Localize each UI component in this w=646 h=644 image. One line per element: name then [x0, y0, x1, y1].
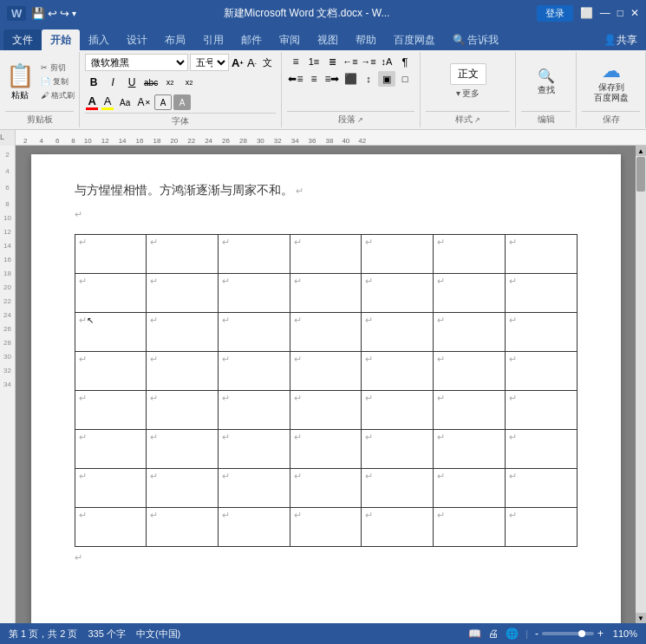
align-center-button[interactable]: ≡ — [305, 71, 323, 87]
table-cell[interactable]: ↵ — [505, 235, 577, 274]
table-cell[interactable]: ↵ — [147, 235, 219, 274]
table-cell[interactable]: ↵ — [290, 235, 362, 274]
table-cell[interactable]: ↵ — [75, 391, 147, 430]
style-more-button[interactable]: ▾ 更多 — [456, 88, 480, 100]
fontsize-down-button[interactable]: A- — [245, 55, 258, 69]
table-cell[interactable]: ↵ — [290, 508, 362, 547]
document-text[interactable]: 与方惺惺相惜。方鸿渐逐渐与周家不和。 ↵ — [75, 180, 577, 199]
table-cell[interactable]: ↵ — [147, 274, 219, 313]
vertical-scrollbar[interactable]: ▲ ▼ — [636, 146, 646, 623]
highlight-btn[interactable]: A — [101, 94, 114, 111]
table-cell[interactable]: ↵ — [147, 313, 219, 352]
phonetic-button[interactable]: 文 — [260, 55, 276, 70]
table-cell[interactable]: ↵ — [290, 469, 362, 508]
tab-references[interactable]: 引用 — [194, 29, 232, 50]
save-qa-icon[interactable]: 💾 — [31, 7, 45, 20]
maximize-button[interactable]: □ — [617, 7, 623, 19]
table-cell[interactable]: ↵ — [362, 469, 434, 508]
tab-share[interactable]: 👤共享 — [595, 29, 646, 50]
table-cell[interactable]: ↵ — [290, 352, 362, 391]
empty-para[interactable]: ↵ — [75, 208, 577, 225]
fontsize-up-button[interactable]: A+ — [231, 55, 244, 69]
table-cell[interactable]: ↵ — [147, 430, 219, 469]
undo-qa-icon[interactable]: ↩ — [48, 7, 57, 20]
web-view-icon[interactable]: 🌐 — [506, 628, 519, 640]
tab-help[interactable]: 帮助 — [347, 29, 385, 50]
subscript-button[interactable]: x2 — [161, 75, 179, 90]
tab-file[interactable]: 文件 — [3, 29, 42, 50]
page-area[interactable]: 与方惺惺相惜。方鸿渐逐渐与周家不和。 ↵ ↵ ↵ ↵ ↵ ↵ ↵ ↵ ↵ — [16, 146, 636, 623]
table-cell[interactable]: ↵ — [362, 274, 434, 313]
table-cell[interactable]: ↵ — [219, 313, 290, 352]
format-painter-button[interactable]: 🖌 格式刷 — [39, 89, 76, 102]
table-cell[interactable]: ↵ — [434, 469, 506, 508]
shading-button[interactable]: ▣ — [378, 71, 395, 87]
scroll-down-button[interactable]: ▼ — [636, 613, 646, 623]
multilevel-button[interactable]: ≣ — [323, 54, 341, 69]
close-button[interactable]: ✕ — [630, 7, 639, 19]
table-cell[interactable]: ↵↖ — [75, 313, 147, 352]
underline-button[interactable]: U — [123, 75, 140, 90]
table-cell[interactable]: ↵ — [219, 508, 290, 547]
cut-button[interactable]: ✂ 剪切 — [39, 62, 76, 75]
zoom-control[interactable]: - + 110% — [535, 628, 637, 640]
table-cell[interactable]: ↵ — [147, 352, 219, 391]
numbering-button[interactable]: 1≡ — [305, 54, 323, 69]
tab-baidu[interactable]: 百度网盘 — [385, 29, 444, 50]
table-cell[interactable]: ↵ — [505, 274, 577, 313]
table-cell[interactable]: ↵ — [219, 391, 290, 430]
table-cell[interactable]: ↵ — [362, 235, 434, 274]
table-cell[interactable]: ↵ — [434, 352, 506, 391]
italic-button[interactable]: I — [104, 75, 121, 90]
zoom-in-button[interactable]: + — [597, 628, 604, 640]
strikethrough-button[interactable]: abc — [142, 75, 160, 90]
table-cell[interactable]: ↵ — [505, 313, 577, 352]
table-cell[interactable]: ↵ — [434, 508, 506, 547]
charshading-button[interactable]: A — [173, 94, 191, 110]
tab-insert[interactable]: 插入 — [80, 29, 118, 50]
border-button[interactable]: □ — [396, 71, 414, 87]
table-cell[interactable]: ↵ — [290, 430, 362, 469]
clearformat-button[interactable]: A✕ — [135, 94, 153, 110]
font-color-btn[interactable]: A — [85, 94, 99, 111]
redo-qa-icon[interactable]: ↪ — [60, 7, 69, 20]
increase-indent-button[interactable]: →≡ — [360, 54, 377, 69]
tab-view[interactable]: 视图 — [309, 29, 347, 50]
table-cell[interactable]: ↵ — [505, 469, 577, 508]
table-cell[interactable]: ↵ — [434, 313, 506, 352]
zoom-track[interactable] — [542, 632, 594, 635]
table-cell[interactable]: ↵ — [434, 430, 506, 469]
charcase-button[interactable]: Aa — [116, 94, 134, 110]
font-name-select[interactable]: 微软雅黑 — [85, 54, 188, 71]
table-cell[interactable]: ↵ — [434, 391, 506, 430]
paste-button[interactable]: 📋 粘贴 — [3, 61, 37, 103]
table-cell[interactable]: ↵ — [219, 430, 290, 469]
table-cell[interactable]: ↵ — [362, 391, 434, 430]
table-cell[interactable]: ↵ — [219, 274, 290, 313]
table-cell[interactable]: ↵ — [75, 430, 147, 469]
scroll-thumb[interactable] — [636, 157, 645, 192]
table-cell[interactable]: ↵ — [147, 469, 219, 508]
tab-tell[interactable]: 🔍告诉我 — [444, 29, 507, 50]
charborder-button[interactable]: A — [154, 94, 172, 110]
table-cell[interactable]: ↵ — [362, 430, 434, 469]
tab-review[interactable]: 审阅 — [271, 29, 309, 50]
login-button[interactable]: 登录 — [537, 5, 573, 22]
table-cell[interactable]: ↵ — [434, 274, 506, 313]
print-view-icon[interactable]: 🖨 — [488, 628, 499, 640]
table-cell[interactable]: ↵ — [75, 274, 147, 313]
save-baidu-button[interactable]: ☁ 保存到百度网盘 — [590, 57, 633, 106]
table-cell[interactable]: ↵ — [362, 352, 434, 391]
table-cell[interactable]: ↵ — [290, 313, 362, 352]
style-normal[interactable]: 正文 — [450, 63, 486, 85]
table-cell[interactable]: ↵ — [362, 313, 434, 352]
table-cell[interactable]: ↵ — [505, 508, 577, 547]
table-cell[interactable]: ↵ — [290, 391, 362, 430]
linespace-button[interactable]: ↕ — [360, 71, 377, 87]
table-cell[interactable]: ↵ — [434, 235, 506, 274]
tab-layout[interactable]: 布局 — [156, 29, 194, 50]
document-table[interactable]: ↵ ↵ ↵ ↵ ↵ ↵ ↵ ↵ ↵ ↵ ↵ ↵ ↵ — [75, 234, 577, 547]
ribbon-toggle-icon[interactable]: ⬜ — [580, 7, 593, 19]
align-right-button[interactable]: ≡➡ — [323, 71, 341, 87]
scroll-up-button[interactable]: ▲ — [636, 146, 646, 156]
